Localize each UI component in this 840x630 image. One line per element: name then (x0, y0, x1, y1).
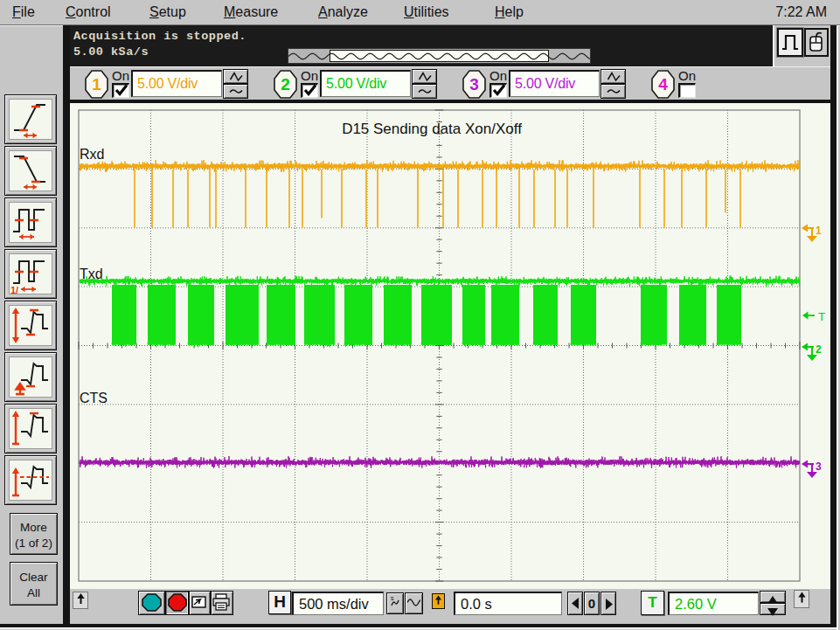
svg-text:CTS: CTS (80, 391, 108, 405)
svg-text:1/: 1/ (10, 285, 18, 294)
svg-text:s: s (391, 595, 394, 601)
svg-text:D15 Sending data Xon/Xoff: D15 Sending data Xon/Xoff (342, 121, 522, 137)
svg-text:3: 3 (469, 75, 479, 93)
svg-text:4: 4 (658, 75, 668, 93)
svg-text:T: T (818, 310, 825, 323)
svg-text:2: 2 (281, 75, 290, 93)
svg-text:3: 3 (816, 460, 822, 473)
svg-text:1: 1 (92, 75, 101, 93)
svg-text:Rxd: Rxd (80, 147, 104, 162)
svg-text:1: 1 (816, 225, 822, 237)
svg-text:2: 2 (816, 343, 822, 356)
